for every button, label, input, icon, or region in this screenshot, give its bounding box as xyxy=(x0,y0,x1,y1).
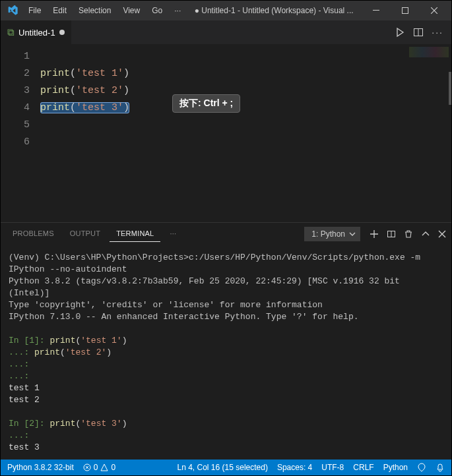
split-terminal-icon[interactable] xyxy=(387,229,396,239)
keybinding-tooltip: 按下: Ctrl + ; xyxy=(172,94,240,113)
status-problems[interactable]: 0 0 xyxy=(83,463,115,472)
menu-view[interactable]: View xyxy=(117,3,145,18)
line-number: 5 xyxy=(1,117,40,134)
menu-file[interactable]: File xyxy=(23,3,46,18)
status-python-version[interactable]: Python 3.8.2 32-bit xyxy=(7,463,74,472)
terminal-line: ...: xyxy=(9,371,443,382)
terminal-line: In [1]: print('test 1') xyxy=(9,335,443,347)
tab-untitled-1[interactable]: ⧉ Untitled-1 xyxy=(1,20,72,44)
maximize-panel-icon[interactable] xyxy=(421,229,430,239)
menu-selection[interactable]: Selection xyxy=(73,3,116,18)
code-line[interactable]: print('test 3') xyxy=(40,100,129,117)
panel-tab-problems[interactable]: PROBLEMS xyxy=(6,225,61,242)
trash-icon[interactable] xyxy=(404,229,413,239)
terminal-line: In [2]: print('test 3') xyxy=(9,418,443,430)
svg-rect-0 xyxy=(373,10,379,11)
status-bell-icon[interactable] xyxy=(436,463,445,472)
code-line[interactable]: print('test 1') xyxy=(40,65,129,82)
status-warning-count: 0 xyxy=(111,463,115,472)
panel-tab-bar: PROBLEMS OUTPUT TERMINAL ··· 1: Python xyxy=(1,223,451,245)
terminal-line: test 2 xyxy=(9,394,443,406)
menu-overflow[interactable]: ··· xyxy=(169,3,186,18)
error-icon xyxy=(83,463,91,471)
menu-bar: File Edit Selection View Go ··· xyxy=(23,3,186,18)
window-title: ● Untitled-1 - Untitled (Workspace) - Vi… xyxy=(186,6,362,15)
terminal-line: test 1 xyxy=(9,382,443,394)
close-button[interactable] xyxy=(420,1,449,20)
terminal-output[interactable]: (Venv) C:\Users\HP\Python\Projects>c:/Us… xyxy=(1,245,451,460)
window-controls xyxy=(362,1,449,20)
warning-icon xyxy=(100,463,108,471)
split-editor-icon[interactable] xyxy=(413,27,424,38)
code-line[interactable] xyxy=(40,48,129,65)
editor-area[interactable]: 123456 print('test 1')print('test 2')pri… xyxy=(1,44,451,222)
editor-actions: ··· xyxy=(395,27,451,38)
terminal-line xyxy=(9,323,443,335)
code-content[interactable]: print('test 1')print('test 2')print('tes… xyxy=(40,44,129,222)
status-eol[interactable]: CRLF xyxy=(353,463,373,472)
title-bar: File Edit Selection View Go ··· ● Untitl… xyxy=(1,1,451,20)
maximize-button[interactable] xyxy=(391,1,420,20)
svg-rect-1 xyxy=(403,8,408,14)
terminal-line xyxy=(9,454,443,460)
terminal-selector-label: 1: Python xyxy=(311,229,345,239)
editor-tab-bar: ⧉ Untitled-1 ··· xyxy=(1,20,451,44)
status-encoding[interactable]: UTF-8 xyxy=(321,463,344,472)
terminal-line xyxy=(9,406,443,418)
code-line[interactable]: print('test 2') xyxy=(40,82,129,100)
status-bar: Python 3.8.2 32-bit 0 0 Ln 4, Col 16 (15… xyxy=(1,460,451,475)
line-number: 1 xyxy=(1,48,40,65)
modified-indicator-icon xyxy=(59,30,65,35)
status-error-count: 0 xyxy=(94,463,98,472)
panel-tab-overflow[interactable]: ··· xyxy=(163,225,183,242)
new-terminal-icon[interactable] xyxy=(370,229,379,239)
panel-tab-output[interactable]: OUTPUT xyxy=(63,225,107,242)
line-number-gutter: 123456 xyxy=(1,44,40,222)
bottom-panel: PROBLEMS OUTPUT TERMINAL ··· 1: Python (… xyxy=(1,222,451,460)
scrollbar[interactable] xyxy=(449,72,451,105)
line-number: 6 xyxy=(1,134,40,151)
status-indentation[interactable]: Spaces: 4 xyxy=(277,463,312,472)
minimap[interactable] xyxy=(409,47,449,57)
vscode-logo-icon xyxy=(7,5,19,16)
file-icon: ⧉ xyxy=(7,26,15,38)
code-line[interactable] xyxy=(40,134,129,151)
terminal-line: test 3 xyxy=(9,442,443,454)
line-number: 4 xyxy=(1,100,40,117)
line-number: 2 xyxy=(1,65,40,82)
tab-label: Untitled-1 xyxy=(18,28,55,38)
terminal-line: Type 'copyright', 'credits' or 'license'… xyxy=(9,299,443,311)
panel-tab-terminal[interactable]: TERMINAL xyxy=(110,225,160,242)
more-actions-icon[interactable]: ··· xyxy=(432,27,443,38)
status-cursor-position[interactable]: Ln 4, Col 16 (15 selected) xyxy=(178,463,268,472)
terminal-line: ...: xyxy=(9,359,443,371)
terminal-line: ...: xyxy=(9,430,443,442)
terminal-line: IPython 7.13.0 -- An enhanced Interactiv… xyxy=(9,311,443,323)
code-line[interactable] xyxy=(40,117,129,134)
terminal-line: ...: print('test 2') xyxy=(9,347,443,359)
terminal-selector[interactable]: 1: Python xyxy=(304,227,360,241)
terminal-line: Python 3.8.2 (tags/v3.8.2:7b3ab59, Feb 2… xyxy=(9,276,443,299)
status-language[interactable]: Python xyxy=(383,463,408,472)
menu-go[interactable]: Go xyxy=(146,3,168,18)
minimize-button[interactable] xyxy=(362,1,391,20)
line-number: 3 xyxy=(1,82,40,100)
terminal-line: (Venv) C:\Users\HP\Python\Projects>c:/Us… xyxy=(9,252,443,276)
run-icon[interactable] xyxy=(395,27,405,38)
menu-edit[interactable]: Edit xyxy=(48,3,72,18)
close-panel-icon[interactable] xyxy=(438,230,446,238)
status-feedback-icon[interactable] xyxy=(417,463,426,472)
